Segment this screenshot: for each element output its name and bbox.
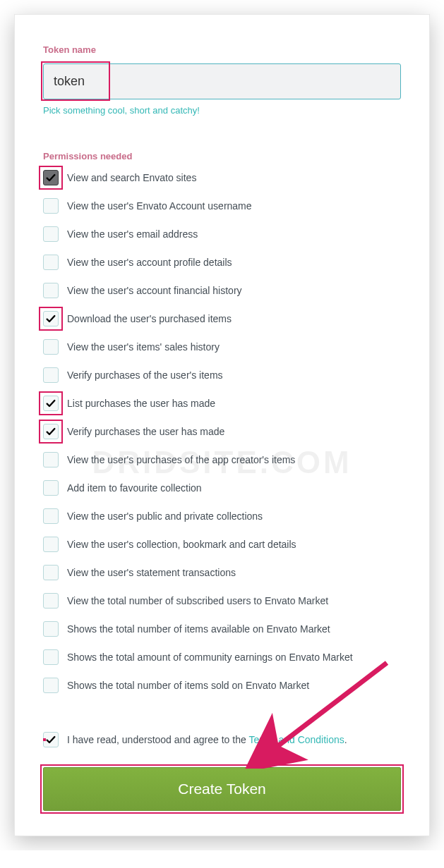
- terms-row: I have read, understood and agree to the…: [43, 732, 401, 747]
- permission-checkbox[interactable]: [43, 367, 59, 383]
- permission-label: View the total number of subscribed user…: [67, 595, 328, 606]
- permission-row: View the user's items' sales history: [43, 339, 401, 355]
- permission-row: Shows the total amount of community earn…: [43, 649, 401, 665]
- permission-label: Verify purchases the user has made: [67, 426, 224, 437]
- permission-checkbox[interactable]: [43, 283, 59, 298]
- token-name-input[interactable]: [43, 63, 401, 99]
- permission-row: Verify purchases of the user's items: [43, 367, 401, 383]
- permission-label: View the user's Envato Account username: [67, 200, 252, 212]
- permission-label: View the user's public and private colle…: [67, 511, 263, 522]
- permission-checkbox[interactable]: [43, 565, 59, 580]
- permission-checkbox[interactable]: [43, 339, 59, 355]
- permission-checkbox[interactable]: [43, 452, 59, 467]
- permission-label: Download the user's purchased items: [67, 313, 232, 324]
- permission-row: View and search Envato sites: [43, 170, 401, 185]
- permission-checkbox[interactable]: [43, 255, 59, 270]
- token-name-label: Token name: [43, 44, 401, 55]
- permission-row: View the user's Envato Account username: [43, 198, 401, 214]
- permission-checkbox[interactable]: [43, 311, 59, 326]
- permission-row: View the user's collection, bookmark and…: [43, 537, 401, 552]
- terms-link[interactable]: Terms and Conditions: [248, 734, 344, 745]
- permission-label: Shows the total number of items sold on …: [67, 680, 309, 691]
- permission-checkbox[interactable]: [43, 198, 59, 214]
- permission-label: List purchases the user has made: [67, 398, 215, 409]
- permission-label: View the user's email address: [67, 228, 198, 240]
- permission-checkbox[interactable]: [43, 508, 59, 524]
- permission-checkbox[interactable]: [43, 396, 59, 411]
- permission-label: Shows the total number of items availabl…: [67, 623, 330, 635]
- permission-label: Verify purchases of the user's items: [67, 369, 223, 381]
- permission-checkbox[interactable]: [43, 649, 59, 665]
- permission-row: View the user's public and private colle…: [43, 508, 401, 524]
- create-token-form: DRIDSITE.COM Token name Pick something c…: [14, 14, 430, 836]
- create-token-button[interactable]: Create Token: [43, 767, 401, 811]
- permission-label: Add item to favourite collection: [67, 482, 202, 494]
- permission-checkbox[interactable]: [43, 621, 59, 637]
- create-button-wrap: Create Token: [43, 767, 401, 811]
- terms-prefix: I have read, understood and agree to the: [67, 734, 248, 745]
- permission-checkbox[interactable]: [43, 537, 59, 552]
- permission-row: View the total number of subscribed user…: [43, 593, 401, 609]
- token-name-hint: Pick something cool, short and catchy!: [43, 105, 401, 116]
- permission-checkbox[interactable]: [43, 593, 59, 609]
- permission-label: View the user's account financial histor…: [67, 285, 242, 296]
- permission-row: Add item to favourite collection: [43, 480, 401, 496]
- permission-row: Verify purchases the user has made: [43, 424, 401, 439]
- terms-suffix: .: [344, 734, 347, 745]
- permission-checkbox[interactable]: [43, 424, 59, 439]
- permission-label: View the user's account profile details: [67, 257, 232, 268]
- permissions-label: Permissions needed: [43, 151, 401, 161]
- permission-label: View the user's purchases of the app cre…: [67, 454, 295, 465]
- permission-label: View the user's statement transactions: [67, 567, 236, 578]
- permission-row: Shows the total number of items availabl…: [43, 621, 401, 637]
- permission-checkbox[interactable]: [43, 480, 59, 496]
- permission-row: Shows the total number of items sold on …: [43, 678, 401, 693]
- permissions-list: View and search Envato sitesView the use…: [43, 170, 401, 693]
- permission-row: List purchases the user has made: [43, 396, 401, 411]
- permission-row: View the user's purchases of the app cre…: [43, 452, 401, 467]
- permission-row: View the user's account financial histor…: [43, 283, 401, 298]
- permission-label: View the user's items' sales history: [67, 341, 220, 353]
- permission-label: Shows the total amount of community earn…: [67, 652, 353, 663]
- permission-checkbox[interactable]: [43, 170, 59, 185]
- permission-checkbox[interactable]: [43, 678, 59, 693]
- token-name-input-wrap: [43, 63, 401, 99]
- permission-row: View the user's account profile details: [43, 255, 401, 270]
- permission-checkbox[interactable]: [43, 226, 59, 242]
- permission-row: View the user's email address: [43, 226, 401, 242]
- terms-checkbox[interactable]: [43, 732, 59, 747]
- permission-label: View and search Envato sites: [67, 172, 196, 183]
- permission-row: View the user's statement transactions: [43, 565, 401, 580]
- permission-row: Download the user's purchased items: [43, 311, 401, 326]
- permission-label: View the user's collection, bookmark and…: [67, 539, 296, 550]
- terms-text: I have read, understood and agree to the…: [67, 734, 347, 745]
